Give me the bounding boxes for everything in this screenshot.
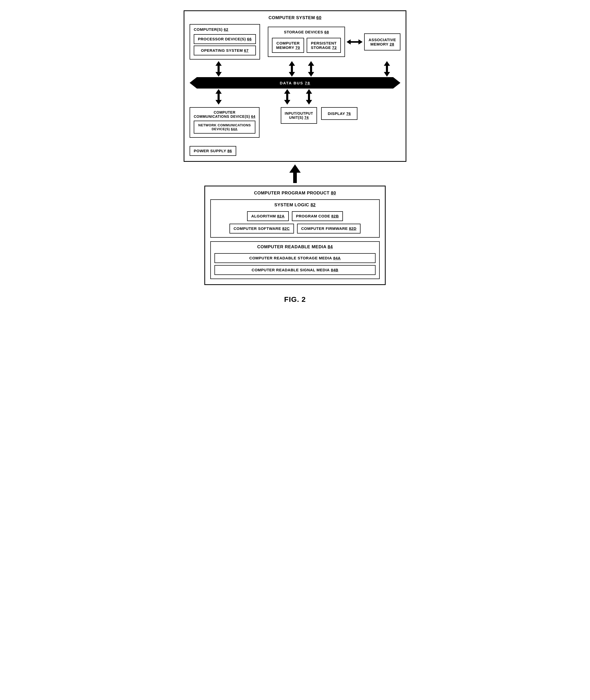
- double-arrow-v-assoc: [384, 61, 390, 77]
- shaft-assoc: [386, 66, 388, 72]
- arrow-down-display: [306, 100, 312, 105]
- shaft-io: [286, 94, 288, 100]
- algo-row-1: ALGORITHM 82a PROGRAM CODE 82b: [214, 211, 376, 221]
- double-arrow-v-persistent: [308, 61, 314, 77]
- arrows-above-bus: [190, 60, 400, 77]
- assoc-memory-box: ASSOCIATIVEMEMORY 28: [364, 33, 400, 50]
- arrow-up: [215, 61, 222, 66]
- double-arrow-v-computers: [215, 61, 222, 77]
- h-arrow-left: [347, 39, 351, 44]
- io-unit-box: INPUT/OUTPUTUNIT(S) 74: [281, 107, 317, 124]
- computers-box: COMPUTER(S) 62 PROCESSOR DEVICE(S) 66 OP…: [190, 24, 260, 60]
- arrow-down-assoc: [384, 72, 390, 77]
- algorithm-box: ALGORITHM 82a: [247, 211, 289, 221]
- storage-devices-box: STORAGE DEVICES 68 COMPUTERMEMORY 70 PER…: [268, 27, 345, 57]
- storage-devices-title: STORAGE DEVICES 68: [272, 30, 341, 34]
- double-arrow-v-comm: [215, 89, 222, 105]
- operating-system-box: OPERATING SYSTEM 67: [194, 45, 256, 55]
- computer-software-box: COMPUTER SOFTWARE 82c: [229, 224, 294, 234]
- cpp-title: COMPUTER PROGRAM PRODUCT 80: [210, 191, 380, 196]
- processor-device-box: PROCESSOR DEVICE(S) 66: [194, 34, 256, 44]
- data-bus-label: DATA BUS 78: [280, 81, 310, 85]
- bottom-devices-row: COMPUTERCOMMUNICATIONS DEVICE(S) 64 NETW…: [190, 107, 400, 138]
- bus-arrow-left: [190, 77, 197, 89]
- computer-memory-box: COMPUTERMEMORY 70: [272, 38, 304, 53]
- computer-system-title: COMPUTER SYSTEM 60: [190, 15, 400, 20]
- arrow-down-io: [284, 100, 290, 105]
- arrows-below-bus: [190, 89, 400, 105]
- shaft-display: [308, 94, 310, 100]
- display-box: DISPLAY 76: [321, 107, 358, 120]
- computer-system-box: COMPUTER SYSTEM 60 COMPUTER(S) 62 PROCES…: [184, 10, 406, 162]
- arrow-up-io: [284, 89, 290, 94]
- h-double-arrow: [347, 39, 363, 44]
- arrow-down-persistent: [308, 72, 314, 77]
- arrow-shaft-large: [293, 173, 297, 183]
- arrow-head: [289, 164, 301, 173]
- crm-items: COMPUTER READABLE STORAGE MEDIA 84a COMP…: [214, 253, 376, 275]
- assoc-memory-label: ASSOCIATIVEMEMORY 28: [369, 37, 396, 46]
- crm-signal-box: COMPUTER READABLE SIGNAL MEDIA 84b: [214, 265, 376, 275]
- network-comm-label: NETWORK COMMUNICATIONSDEVICE(S) 64a: [198, 123, 251, 131]
- power-supply-box: POWER SUPPLY 86: [190, 146, 236, 156]
- arrow-down: [215, 72, 222, 77]
- crm-title: COMPUTER READABLE MEDIA 84: [214, 244, 376, 250]
- page-container: COMPUTER SYSTEM 60 COMPUTER(S) 62 PROCES…: [179, 10, 411, 304]
- single-arrow-up-cpp: [289, 164, 301, 183]
- program-code-box: PROGRAM CODE 82b: [292, 211, 343, 221]
- arrow-up-persistent: [308, 61, 314, 66]
- persistent-storage-label: PERSISTENTSTORAGE 72: [311, 41, 337, 50]
- h-arrow-storage-assoc: [345, 39, 364, 44]
- double-arrow-v-display: [306, 89, 312, 105]
- computer-firmware-box: COMPUTER FIRMWARE 82d: [297, 224, 361, 234]
- arrow-up-display: [306, 89, 312, 94]
- computer-memory-label: COMPUTERMEMORY 70: [276, 41, 300, 50]
- h-shaft: [351, 41, 359, 43]
- arrow-assoc: [384, 61, 390, 77]
- double-arrow-v-io: [284, 89, 290, 105]
- crm-storage-box: COMPUTER READABLE STORAGE MEDIA 84a: [214, 253, 376, 263]
- cpp-box: COMPUTER PROGRAM PRODUCT 80 SYSTEM LOGIC…: [204, 186, 386, 285]
- storage-items-row: COMPUTERMEMORY 70 PERSISTENTSTORAGE 72: [272, 38, 341, 53]
- bus-line: DATA BUS 78: [197, 77, 393, 89]
- shaft-memory: [291, 66, 293, 72]
- arrows-io-display: [284, 89, 312, 105]
- shaft-comm: [217, 94, 220, 100]
- algo-row-2: COMPUTER SOFTWARE 82c COMPUTER FIRMWARE …: [214, 224, 376, 234]
- arrow-up-assoc: [384, 61, 390, 66]
- network-comm-box: NETWORK COMMUNICATIONSDEVICE(S) 64a: [194, 121, 256, 134]
- system-logic-box: SYSTEM LOGIC 82 ALGORITHM 82a PROGRAM CO…: [210, 199, 380, 238]
- shaft-persistent: [310, 66, 312, 72]
- computers-title: COMPUTER(S) 62: [194, 27, 256, 31]
- arrow-comm: [215, 89, 222, 105]
- top-section: COMPUTER(S) 62 PROCESSOR DEVICE(S) 66 OP…: [190, 24, 400, 60]
- arrows-storage: [289, 61, 314, 77]
- crm-box: COMPUTER READABLE MEDIA 84 COMPUTER READ…: [210, 241, 380, 279]
- h-arrow-right: [359, 39, 363, 44]
- arrow-down-memory: [289, 72, 295, 77]
- double-arrow-v-memory: [289, 61, 295, 77]
- system-logic-title: SYSTEM LOGIC 82: [214, 203, 376, 208]
- display-label: DISPLAY 76: [328, 111, 351, 116]
- arrow-shaft: [217, 66, 220, 72]
- arrow-up-memory: [289, 61, 295, 66]
- comm-device-title: COMPUTERCOMMUNICATIONS DEVICE(S) 64: [194, 110, 256, 119]
- bus-arrow-right: [393, 77, 400, 89]
- arrow-computers: [215, 61, 222, 77]
- figure-label: FIG. 2: [284, 296, 306, 304]
- arrow-down-comm: [215, 100, 222, 105]
- io-unit-label: INPUT/OUTPUTUNIT(S) 74: [285, 111, 313, 120]
- persistent-storage-box: PERSISTENTSTORAGE 72: [307, 38, 341, 53]
- arrow-up-comm: [215, 89, 222, 94]
- power-supply-wrapper: POWER SUPPLY 86: [190, 142, 400, 156]
- data-bus-row: DATA BUS 78: [190, 77, 400, 89]
- comm-device-box: COMPUTERCOMMUNICATIONS DEVICE(S) 64 NETW…: [190, 107, 260, 138]
